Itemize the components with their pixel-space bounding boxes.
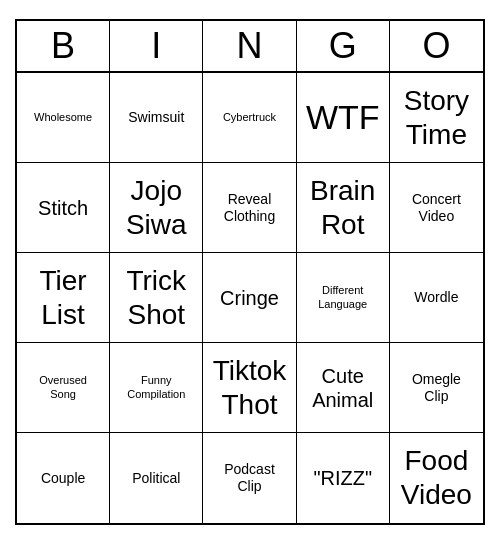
cell-text: WTF <box>306 97 380 138</box>
bingo-cell: Swimsuit <box>110 73 203 163</box>
cell-text: Couple <box>41 470 85 487</box>
bingo-cell: BrainRot <box>297 163 390 253</box>
bingo-letter: B <box>17 21 110 71</box>
bingo-letter: O <box>390 21 483 71</box>
cell-text: RevealClothing <box>224 191 275 225</box>
bingo-cell: WTF <box>297 73 390 163</box>
bingo-cell: TrickShot <box>110 253 203 343</box>
bingo-cell: OmegleClip <box>390 343 483 433</box>
bingo-cell: TierList <box>17 253 110 343</box>
bingo-card: BINGO WholesomeSwimsuitCybertruckWTFStor… <box>15 19 485 525</box>
bingo-cell: Stitch <box>17 163 110 253</box>
bingo-cell: DifferentLanguage <box>297 253 390 343</box>
cell-text: CuteAnimal <box>312 364 373 412</box>
bingo-cell: JojoSiwa <box>110 163 203 253</box>
cell-text: TiktokThot <box>213 354 287 421</box>
bingo-header: BINGO <box>17 21 483 73</box>
cell-text: PodcastClip <box>224 461 275 495</box>
bingo-letter: G <box>297 21 390 71</box>
cell-text: Swimsuit <box>128 109 184 126</box>
bingo-cell: RevealClothing <box>203 163 296 253</box>
bingo-cell: FunnyCompilation <box>110 343 203 433</box>
bingo-cell: OverusedSong <box>17 343 110 433</box>
cell-text: Stitch <box>38 196 88 220</box>
cell-text: ConcertVideo <box>412 191 461 225</box>
cell-text: TierList <box>40 264 87 331</box>
bingo-cell: ConcertVideo <box>390 163 483 253</box>
bingo-cell: StoryTime <box>390 73 483 163</box>
cell-text: OverusedSong <box>39 374 87 400</box>
cell-text: StoryTime <box>404 84 469 151</box>
cell-text: Political <box>132 470 180 487</box>
cell-text: FunnyCompilation <box>127 374 185 400</box>
cell-text: BrainRot <box>310 174 375 241</box>
cell-text: FoodVideo <box>401 444 472 511</box>
cell-text: Wholesome <box>34 111 92 124</box>
bingo-letter: I <box>110 21 203 71</box>
cell-text: "RIZZ" <box>313 466 372 490</box>
cell-text: Cybertruck <box>223 111 276 124</box>
bingo-cell: Couple <box>17 433 110 523</box>
bingo-grid: WholesomeSwimsuitCybertruckWTFStoryTimeS… <box>17 73 483 523</box>
bingo-cell: Cybertruck <box>203 73 296 163</box>
cell-text: OmegleClip <box>412 371 461 405</box>
bingo-cell: TiktokThot <box>203 343 296 433</box>
bingo-cell: Cringe <box>203 253 296 343</box>
bingo-cell: PodcastClip <box>203 433 296 523</box>
cell-text: Cringe <box>220 286 279 310</box>
bingo-cell: CuteAnimal <box>297 343 390 433</box>
bingo-cell: Political <box>110 433 203 523</box>
cell-text: TrickShot <box>126 264 186 331</box>
bingo-cell: "RIZZ" <box>297 433 390 523</box>
bingo-letter: N <box>203 21 296 71</box>
bingo-cell: Wordle <box>390 253 483 343</box>
bingo-cell: FoodVideo <box>390 433 483 523</box>
bingo-cell: Wholesome <box>17 73 110 163</box>
cell-text: DifferentLanguage <box>318 284 367 310</box>
cell-text: Wordle <box>414 289 458 306</box>
cell-text: JojoSiwa <box>126 174 187 241</box>
